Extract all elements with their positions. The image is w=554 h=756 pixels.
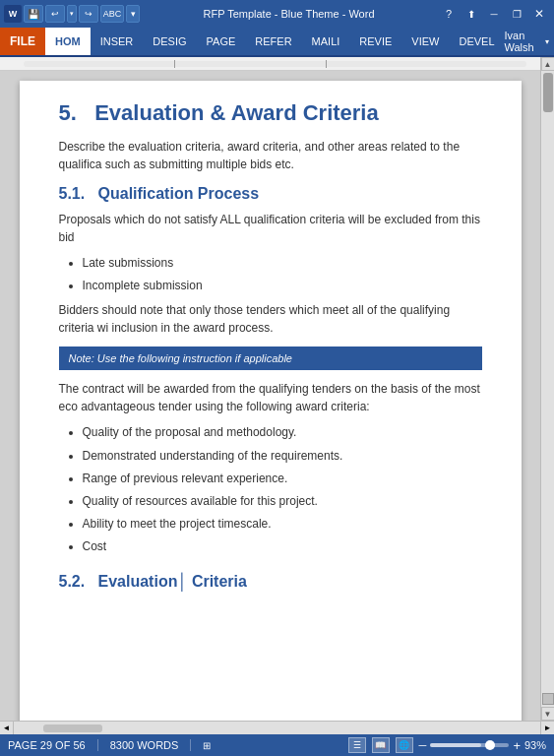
section51-intro: Proposals which do not satisfy ALL quali… <box>59 211 482 246</box>
tab-design[interactable]: DESIG <box>143 28 196 55</box>
tab-review[interactable]: REVIE <box>349 28 401 55</box>
restore-button[interactable]: ❐ <box>506 5 527 23</box>
contract-text: The contract will be awarded from the qu… <box>59 380 482 415</box>
title-bar-controls: ? ⬆ ─ ❐ ✕ <box>438 5 550 23</box>
zoom-thumb[interactable] <box>485 740 495 750</box>
tab-file[interactable]: FILE <box>0 28 45 55</box>
bullets-list-2: Quality of the proposal and methodology.… <box>83 423 482 556</box>
read-mode-button[interactable]: 📖 <box>372 737 390 753</box>
status-divider-1 <box>97 739 98 751</box>
ribbon-toggle-button[interactable]: ⬆ <box>461 5 482 23</box>
scroll-left-arrow[interactable]: ◄ <box>0 722 14 735</box>
bullets-list-1: Late submissions Incomplete submission <box>83 254 482 295</box>
scroll-track-h <box>14 724 540 732</box>
zoom-percentage: 93% <box>524 739 546 751</box>
user-name: Ivan Walsh <box>505 30 541 53</box>
bullet-item: Range of previous relevant experience. <box>83 470 482 488</box>
note-box: Note: Use the following instruction if a… <box>59 346 482 370</box>
print-layout-view-button[interactable]: ☰ <box>348 737 366 753</box>
page-info: PAGE 29 OF 56 <box>8 739 86 751</box>
status-divider-2 <box>190 739 191 751</box>
ribbon-tabs: FILE HOM INSER DESIG PAGE REFER MAILI RE… <box>0 28 554 55</box>
bullet-item: Quality of resources available for this … <box>83 492 482 511</box>
bullet-item: Quality of the proposal and methodology. <box>83 423 482 442</box>
document-area: 5. Evaluation & Award Criteria Describe … <box>0 57 554 721</box>
scroll-thumb[interactable] <box>543 73 553 112</box>
page-container: 5. Evaluation & Award Criteria Describe … <box>0 71 540 721</box>
document-scroll: 5. Evaluation & Award Criteria Describe … <box>0 57 540 721</box>
bullet-item: Incomplete submission <box>83 277 482 295</box>
section5-heading: 5. Evaluation & Award Criteria <box>59 100 482 126</box>
help-button[interactable]: ? <box>438 5 460 23</box>
bullet-item: Ability to meet the project timescale. <box>83 515 482 534</box>
zoom-control: ─ + 93% <box>419 738 546 753</box>
save-icon[interactable]: 💾 <box>24 5 43 23</box>
scrollbar-horizontal: ◄ ► <box>0 721 554 734</box>
close-button[interactable]: ✕ <box>528 5 550 23</box>
bullet-item: Late submissions <box>83 254 482 273</box>
spelling-icon[interactable]: ABC <box>100 5 124 23</box>
section51-body: Bidders should note that only those tend… <box>59 301 482 337</box>
track-changes-icon[interactable]: ⊞ <box>203 740 211 751</box>
tab-home[interactable]: HOM <box>45 28 91 55</box>
scroll-track <box>543 71 553 691</box>
scroll-right-arrow[interactable]: ► <box>540 722 554 735</box>
tab-page[interactable]: PAGE <box>197 28 246 55</box>
section51-heading: 5.1. Qualification Process <box>59 185 482 203</box>
bullet-item: Demonstrated understanding of the requir… <box>83 447 482 466</box>
status-bar: PAGE 29 OF 56 8300 WORDS ⊞ ☰ 📖 🌐 ─ + 93% <box>0 734 554 756</box>
window-title: RFP Template - Blue Theme - Word <box>140 8 438 20</box>
tab-develop[interactable]: DEVEL <box>449 28 504 55</box>
zoom-slider[interactable] <box>430 743 509 747</box>
scroll-up-arrow[interactable]: ▲ <box>541 57 555 71</box>
web-layout-button[interactable]: 🌐 <box>396 737 413 753</box>
chevron-down-icon: ▾ <box>545 37 549 46</box>
title-bar: W 💾 ↩ ▾ ↪ ABC ▾ RFP Template - Blue Them… <box>0 0 554 28</box>
user-info: Ivan Walsh ▾ K <box>505 28 554 55</box>
tab-refer[interactable]: REFER <box>245 28 301 55</box>
scroll-down-arrow[interactable]: ▼ <box>541 707 555 721</box>
minimize-button[interactable]: ─ <box>483 5 505 23</box>
tab-mail[interactable]: MAILI <box>302 28 350 55</box>
word-icon: W <box>4 5 22 23</box>
bullet-item: Cost <box>83 537 482 556</box>
scroll-marker[interactable] <box>542 693 554 705</box>
zoom-out-icon[interactable]: ─ <box>419 739 427 751</box>
scroll-thumb-h[interactable] <box>43 724 102 732</box>
redo-icon[interactable]: ↪ <box>79 5 98 23</box>
document-page: 5. Evaluation & Award Criteria Describe … <box>20 81 522 721</box>
ruler-top <box>0 57 540 71</box>
print-icon[interactable]: ▾ <box>126 5 140 23</box>
tab-insert[interactable]: INSER <box>91 28 144 55</box>
status-bar-right: ☰ 📖 🌐 ─ + 93% <box>348 737 546 753</box>
word-count: 8300 WORDS <box>110 739 179 751</box>
undo-dropdown-icon[interactable]: ▾ <box>67 5 77 23</box>
tab-view[interactable]: VIEW <box>401 28 449 55</box>
scrollbar-vertical[interactable]: ▲ ▼ <box>540 57 554 721</box>
undo-icon[interactable]: ↩ <box>45 5 65 23</box>
zoom-in-icon[interactable]: + <box>513 738 521 753</box>
section5-body: Describe the evaluation criteria, award … <box>59 138 482 173</box>
section52-heading: 5.2. Evaluation│ Criteria <box>59 573 482 591</box>
title-bar-left: W 💾 ↩ ▾ ↪ ABC ▾ <box>4 5 140 23</box>
ribbon: FILE HOM INSER DESIG PAGE REFER MAILI RE… <box>0 28 554 57</box>
